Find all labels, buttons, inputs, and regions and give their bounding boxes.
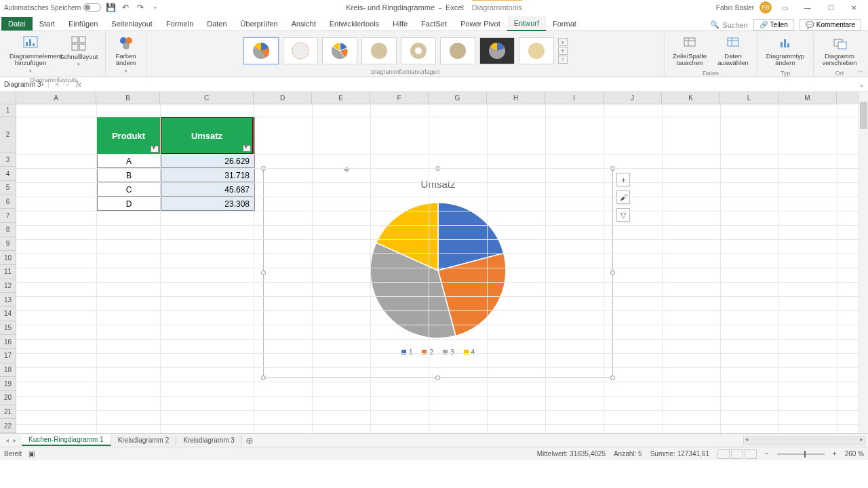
- col-header[interactable]: B: [96, 92, 160, 104]
- change-chart-type-button[interactable]: Diagrammtyp ändern: [762, 34, 809, 68]
- chart-style-4[interactable]: [361, 37, 397, 64]
- col-header[interactable]: H: [487, 92, 545, 104]
- qat-customize-icon[interactable]: ▾: [150, 2, 161, 13]
- chart-object[interactable]: ✥ Umsatz 1234 ＋ 🖌 ▽: [263, 168, 613, 378]
- row-header[interactable]: 17: [0, 349, 16, 363]
- col-header[interactable]: K: [662, 92, 720, 104]
- row-header[interactable]: 10: [0, 251, 16, 265]
- zoom-out-button[interactable]: −: [765, 450, 769, 458]
- tab-format[interactable]: Format: [546, 17, 583, 30]
- avatar[interactable]: FB: [760, 1, 772, 14]
- spreadsheet-grid[interactable]: ABCDEFGHIJKLM 12345678910111213141516171…: [0, 92, 868, 433]
- collapse-ribbon-icon[interactable]: ︿: [857, 66, 864, 75]
- change-colors-button[interactable]: Farben ändern ▾: [110, 34, 142, 75]
- col-header[interactable]: I: [545, 92, 604, 104]
- row-header[interactable]: 6: [0, 195, 16, 209]
- table-header-produkt[interactable]: Produkt: [97, 117, 161, 154]
- row-header[interactable]: 14: [0, 307, 16, 321]
- table-row[interactable]: B31.718: [97, 168, 254, 182]
- vertical-scrollbar[interactable]: [859, 92, 868, 433]
- save-icon[interactable]: 💾: [105, 2, 116, 13]
- row-header[interactable]: 21: [0, 405, 16, 420]
- tab-seitenlayout[interactable]: Seitenlayout: [104, 17, 159, 30]
- tab-ansicht[interactable]: Ansicht: [285, 17, 323, 30]
- add-chart-element-button[interactable]: Diagrammelement hinzufügen ▾: [7, 34, 54, 75]
- zoom-slider[interactable]: [777, 453, 825, 455]
- tab-formeln[interactable]: Formeln: [159, 17, 200, 30]
- comments-button[interactable]: 💬 Kommentare: [800, 19, 861, 30]
- search-input[interactable]: 🔍 Suchen: [710, 20, 747, 29]
- zoom-in-button[interactable]: +: [833, 450, 837, 458]
- pie-chart[interactable]: [264, 190, 612, 342]
- row-header[interactable]: 16: [0, 335, 16, 349]
- tab-start[interactable]: Start: [33, 17, 62, 30]
- quick-layout-button[interactable]: Schnelllayout ▾: [57, 34, 101, 68]
- col-header[interactable]: L: [720, 92, 778, 104]
- maximize-icon[interactable]: ☐: [821, 0, 841, 15]
- col-header[interactable]: E: [312, 92, 370, 104]
- filter-dropdown-icon[interactable]: [151, 146, 159, 152]
- row-header[interactable]: 4: [0, 167, 16, 181]
- chart-styles-button[interactable]: 🖌: [616, 190, 630, 204]
- row-header[interactable]: 13: [0, 293, 16, 307]
- switch-row-col-button[interactable]: Zeile/Spalte tauschen: [669, 34, 711, 68]
- close-icon[interactable]: ✕: [844, 0, 864, 15]
- ribbon-options-icon[interactable]: ▭: [774, 0, 795, 15]
- autosave-toggle[interactable]: [83, 3, 101, 12]
- sheet-tab-3[interactable]: Kreisdiagramm 3: [176, 435, 242, 445]
- table-header-umsatz[interactable]: Umsatz: [160, 117, 254, 155]
- chart-style-6[interactable]: [440, 37, 475, 64]
- chart-style-5[interactable]: [401, 37, 436, 64]
- row-header[interactable]: 7: [0, 209, 16, 223]
- redo-icon[interactable]: ↷: [135, 2, 146, 13]
- minimize-icon[interactable]: ―: [797, 0, 818, 15]
- tab-entwicklertools[interactable]: Entwicklertools: [323, 17, 386, 30]
- table-row[interactable]: A26.629: [97, 154, 254, 168]
- select-all-corner[interactable]: [0, 92, 16, 104]
- row-header[interactable]: 8: [0, 223, 16, 237]
- row-header[interactable]: 12: [0, 279, 16, 293]
- table-row[interactable]: D23.308: [97, 197, 254, 211]
- filter-dropdown-icon[interactable]: [243, 145, 251, 152]
- sheet-tab-2[interactable]: Kreisdiagramm 2: [111, 435, 177, 445]
- chart-style-3[interactable]: [322, 37, 357, 64]
- table-row[interactable]: C45.687: [97, 182, 254, 197]
- row-header[interactable]: 1: [0, 104, 16, 117]
- row-header[interactable]: 9: [0, 237, 16, 251]
- chart-style-8[interactable]: [519, 37, 554, 64]
- share-button[interactable]: 🔗 Teilen: [753, 19, 794, 30]
- select-data-button[interactable]: Daten auswählen: [713, 34, 753, 68]
- tab-daten[interactable]: Daten: [200, 17, 233, 30]
- chart-title[interactable]: Umsatz: [264, 169, 612, 190]
- chart-elements-button[interactable]: ＋: [616, 173, 630, 186]
- row-header[interactable]: 19: [0, 377, 16, 391]
- macro-record-icon[interactable]: ▣: [28, 450, 35, 458]
- col-header[interactable]: G: [429, 92, 487, 104]
- style-gallery-scroll[interactable]: ▴▾≡: [558, 38, 568, 64]
- view-page-break-button[interactable]: [745, 449, 757, 459]
- zoom-level[interactable]: 260 %: [845, 450, 864, 458]
- col-header[interactable]: C: [160, 92, 254, 104]
- row-header[interactable]: 11: [0, 265, 16, 279]
- chart-style-1[interactable]: [243, 37, 279, 64]
- view-normal-button[interactable]: [717, 449, 730, 459]
- col-header[interactable]: J: [604, 92, 662, 104]
- col-header[interactable]: M: [778, 92, 837, 104]
- add-sheet-button[interactable]: ⊕: [242, 435, 257, 446]
- chart-style-2[interactable]: [283, 37, 318, 64]
- view-page-layout-button[interactable]: [731, 449, 743, 459]
- row-header[interactable]: 15: [0, 321, 16, 336]
- horizontal-scrollbar[interactable]: [743, 436, 865, 445]
- row-header[interactable]: 20: [0, 391, 16, 405]
- col-header[interactable]: A: [16, 92, 96, 104]
- tab-factset[interactable]: FactSet: [414, 17, 454, 30]
- col-header[interactable]: D: [254, 92, 312, 104]
- row-header[interactable]: 5: [0, 181, 16, 195]
- tab-entwurf[interactable]: Entwurf: [507, 16, 546, 31]
- tab-einfuegen[interactable]: Einfügen: [62, 17, 104, 30]
- col-header[interactable]: F: [370, 92, 429, 104]
- tab-powerpivot[interactable]: Power Pivot: [454, 17, 507, 30]
- row-header[interactable]: 3: [0, 153, 16, 167]
- move-chart-button[interactable]: Diagramm verschieben: [818, 34, 861, 68]
- row-header[interactable]: 2: [0, 117, 16, 153]
